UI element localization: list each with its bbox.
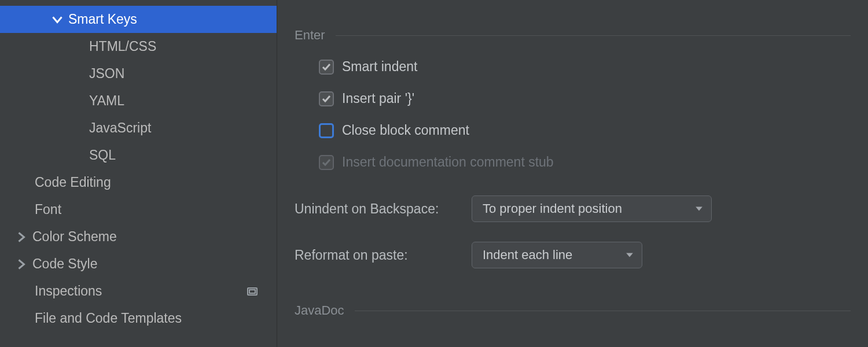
sidebar-item-label: HTML/CSS: [89, 39, 156, 54]
checkbox-label: Insert documentation comment stub: [342, 154, 554, 170]
sidebar-item-smart-keys[interactable]: Smart Keys: [0, 6, 277, 33]
row-unindent-on-backspace: Unindent on Backspace: To proper indent …: [295, 195, 851, 222]
chevron-right-icon: [16, 232, 27, 242]
sidebar-item-label: JavaScript: [89, 120, 151, 136]
sidebar-item-sql[interactable]: SQL: [0, 142, 277, 169]
dropdown-value: Indent each line: [483, 248, 572, 263]
checkbox-label: Insert pair '}': [342, 91, 414, 106]
checkbox-icon[interactable]: [319, 123, 334, 138]
sidebar-item-label: Font: [35, 202, 61, 217]
chevron-down-icon: [695, 205, 703, 213]
sidebar-item-label: Color Scheme: [32, 229, 117, 245]
dropdown-reformat-on-paste[interactable]: Indent each line: [472, 242, 642, 268]
checkbox-icon[interactable]: [319, 91, 334, 106]
dropdown-unindent-on-backspace[interactable]: To proper indent position: [472, 195, 712, 222]
chevron-down-icon: [52, 14, 62, 25]
section-header-enter: Enter: [295, 28, 851, 43]
checkbox-icon: [319, 155, 334, 170]
checkbox-label: Close block comment: [342, 123, 469, 138]
checkbox-smart-indent[interactable]: Smart indent: [319, 59, 851, 75]
form-label: Reformat on paste:: [295, 248, 472, 263]
chevron-down-icon: [626, 251, 634, 259]
checkbox-icon[interactable]: [319, 60, 334, 75]
section-header-javadoc: JavaDoc: [295, 303, 851, 318]
section-title: Enter: [295, 28, 325, 43]
sidebar-item-file-and-code-templates[interactable]: File and Code Templates: [0, 305, 277, 332]
sidebar-item-color-scheme[interactable]: Color Scheme: [0, 223, 277, 250]
sidebar-item-font[interactable]: Font: [0, 196, 277, 223]
settings-panel: Enter Smart indent Insert pair '}' Close…: [277, 0, 868, 347]
sidebar-item-javascript[interactable]: JavaScript: [0, 115, 277, 142]
section-title: JavaDoc: [295, 303, 344, 318]
sidebar-item-inspections[interactable]: Inspections: [0, 278, 277, 305]
divider: [355, 311, 851, 311]
chevron-right-icon: [16, 259, 27, 270]
sidebar-item-html-css[interactable]: HTML/CSS: [0, 33, 277, 60]
form-label: Unindent on Backspace:: [295, 201, 472, 217]
dropdown-value: To proper indent position: [483, 201, 622, 216]
sidebar-item-label: File and Code Templates: [35, 311, 182, 326]
svg-rect-1: [249, 290, 255, 293]
sidebar-item-code-style[interactable]: Code Style: [0, 250, 277, 278]
sidebar-item-label: Inspections: [35, 283, 102, 299]
checkbox-insert-pair-brace[interactable]: Insert pair '}': [319, 91, 851, 106]
row-reformat-on-paste: Reformat on paste: Indent each line: [295, 242, 851, 268]
sidebar-item-label: Smart Keys: [68, 12, 137, 27]
checkbox-label: Smart indent: [342, 59, 417, 75]
sidebar-item-code-editing[interactable]: Code Editing: [0, 169, 277, 196]
sidebar-item-label: SQL: [89, 147, 116, 163]
sidebar-item-label: JSON: [89, 66, 124, 82]
divider: [336, 35, 851, 36]
sidebar-item-yaml[interactable]: YAML: [0, 87, 277, 115]
projector-icon: [247, 286, 258, 297]
sidebar-item-label: Code Style: [32, 256, 98, 272]
settings-sidebar: Smart Keys HTML/CSS JSON YAML JavaScript…: [0, 0, 277, 347]
sidebar-item-label: Code Editing: [35, 175, 111, 190]
checkbox-insert-doc-stub: Insert documentation comment stub: [319, 154, 851, 170]
sidebar-item-label: YAML: [89, 93, 124, 109]
sidebar-item-json[interactable]: JSON: [0, 60, 277, 87]
checkbox-close-block-comment[interactable]: Close block comment: [319, 123, 851, 138]
